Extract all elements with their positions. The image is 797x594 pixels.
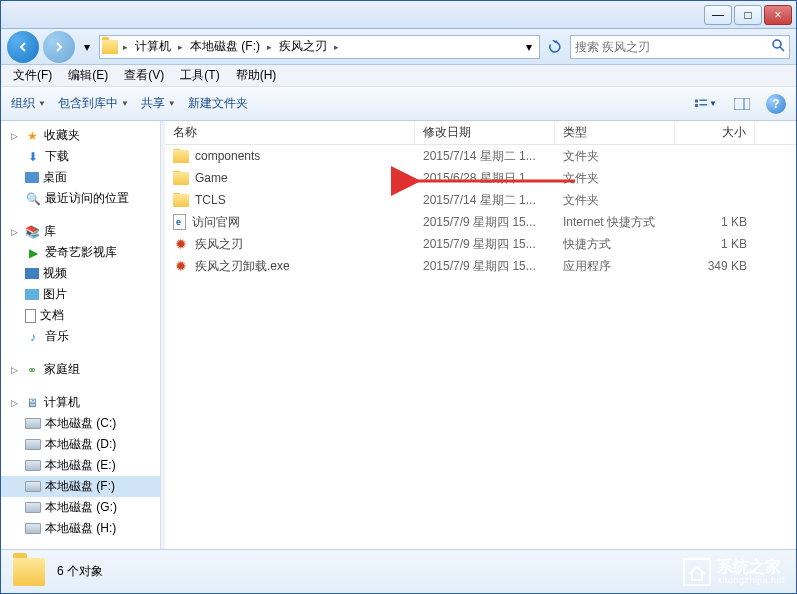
collapse-icon[interactable]: ▷	[9, 130, 20, 141]
forward-button[interactable]	[43, 31, 75, 63]
tree-label: 图片	[43, 286, 67, 303]
file-list-pane: 名称 修改日期 类型 大小 components2015/7/14 星期二 1.…	[165, 121, 796, 549]
new-folder-button[interactable]: 新建文件夹	[188, 95, 248, 112]
file-size-cell: 1 KB	[675, 237, 755, 251]
drive-d-node[interactable]: 本地磁盘 (D:)	[1, 434, 160, 455]
file-row[interactable]: TCLS2015/7/14 星期二 1...文件夹	[165, 189, 796, 211]
navigation-row: ▾ ▸ 计算机 ▸ 本地磁盘 (F:) ▸ 疾风之刃 ▸ ▾	[1, 29, 796, 65]
file-row[interactable]: Game2015/6/28 星期日 1...文件夹	[165, 167, 796, 189]
path-arrow-icon[interactable]: ▸	[331, 42, 342, 52]
menu-edit[interactable]: 编辑(E)	[60, 65, 116, 86]
computer-node[interactable]: ▷ 🖥 计算机	[1, 392, 160, 413]
path-dropdown[interactable]: ▾	[521, 37, 537, 57]
folder-icon	[173, 172, 189, 185]
library-icon: 📚	[24, 224, 40, 240]
computer-icon: 🖥	[24, 395, 40, 411]
column-header-name[interactable]: 名称	[165, 121, 415, 144]
back-button[interactable]	[7, 31, 39, 63]
recent-node[interactable]: 🔍 最近访问的位置	[1, 188, 160, 209]
iqiyi-node[interactable]: ▶ 爱奇艺影视库	[1, 242, 160, 263]
file-name-cell: ✹疾风之刃	[165, 236, 415, 253]
search-box[interactable]	[570, 35, 790, 59]
tree-label: 计算机	[44, 394, 80, 411]
drive-h-node[interactable]: 本地磁盘 (H:)	[1, 518, 160, 539]
view-options-button[interactable]: ▼	[694, 94, 718, 114]
file-date-cell: 2015/7/9 星期四 15...	[415, 258, 555, 275]
share-button[interactable]: 共享 ▼	[141, 95, 176, 112]
documents-icon	[25, 309, 36, 323]
column-header-date[interactable]: 修改日期	[415, 121, 555, 144]
navigation-sidebar: ▷ ★ 收藏夹 ⬇ 下载 桌面 🔍 最近访问的位置	[1, 121, 161, 549]
history-dropdown[interactable]: ▾	[79, 37, 95, 57]
desktop-node[interactable]: 桌面	[1, 167, 160, 188]
file-row[interactable]: ✹疾风之刃2015/7/9 星期四 15...快捷方式1 KB	[165, 233, 796, 255]
file-name-cell: components	[165, 149, 415, 163]
pictures-node[interactable]: 图片	[1, 284, 160, 305]
drive-e-node[interactable]: 本地磁盘 (E:)	[1, 455, 160, 476]
file-row[interactable]: ✹疾风之刃卸载.exe2015/7/9 星期四 15...应用程序349 KB	[165, 255, 796, 277]
menu-file[interactable]: 文件(F)	[5, 65, 60, 86]
path-segment[interactable]: 计算机	[131, 38, 175, 55]
path-arrow-icon[interactable]: ▸	[120, 42, 131, 52]
file-name-cell: 访问官网	[165, 214, 415, 231]
file-date-cell: 2015/6/28 星期日 1...	[415, 170, 555, 187]
collapse-icon[interactable]: ▷	[9, 226, 20, 237]
favorites-node[interactable]: ▷ ★ 收藏夹	[1, 125, 160, 146]
videos-node[interactable]: 视频	[1, 263, 160, 284]
downloads-node[interactable]: ⬇ 下载	[1, 146, 160, 167]
maximize-button[interactable]: □	[734, 5, 762, 25]
drive-g-node[interactable]: 本地磁盘 (G:)	[1, 497, 160, 518]
file-date-cell: 2015/7/14 星期二 1...	[415, 148, 555, 165]
menu-view[interactable]: 查看(V)	[116, 65, 172, 86]
path-segment[interactable]: 疾风之刃	[275, 38, 331, 55]
file-type-cell: 快捷方式	[555, 236, 675, 253]
preview-pane-button[interactable]	[730, 94, 754, 114]
include-library-button[interactable]: 包含到库中 ▼	[58, 95, 129, 112]
tree-label: 本地磁盘 (E:)	[45, 457, 116, 474]
menu-help[interactable]: 帮助(H)	[228, 65, 285, 86]
tree-label: 本地磁盘 (D:)	[45, 436, 116, 453]
column-header-size[interactable]: 大小	[675, 121, 755, 144]
tree-label: 音乐	[45, 328, 69, 345]
file-type-cell: 应用程序	[555, 258, 675, 275]
close-button[interactable]: ×	[764, 5, 792, 25]
collapse-icon[interactable]: ▷	[9, 397, 20, 408]
minimize-button[interactable]: —	[704, 5, 732, 25]
path-arrow-icon[interactable]: ▸	[175, 42, 186, 52]
svg-line-1	[780, 47, 784, 51]
search-icon[interactable]	[771, 38, 785, 55]
organize-button[interactable]: 组织 ▼	[11, 95, 46, 112]
address-bar[interactable]: ▸ 计算机 ▸ 本地磁盘 (F:) ▸ 疾风之刃 ▸ ▾	[99, 35, 540, 59]
documents-node[interactable]: 文档	[1, 305, 160, 326]
iqiyi-icon: ▶	[25, 245, 41, 261]
file-row[interactable]: components2015/7/14 星期二 1...文件夹	[165, 145, 796, 167]
column-header-type[interactable]: 类型	[555, 121, 675, 144]
file-size-cell: 1 KB	[675, 215, 755, 229]
tree-label: 本地磁盘 (F:)	[45, 478, 115, 495]
collapse-icon[interactable]: ▷	[9, 364, 20, 375]
tree-label: 视频	[43, 265, 67, 282]
drive-c-node[interactable]: 本地磁盘 (C:)	[1, 413, 160, 434]
homegroup-node[interactable]: ▷ ⚭ 家庭组	[1, 359, 160, 380]
download-icon: ⬇	[25, 149, 41, 165]
file-name-cell: Game	[165, 171, 415, 185]
libraries-node[interactable]: ▷ 📚 库	[1, 221, 160, 242]
search-input[interactable]	[575, 40, 771, 54]
file-type-cell: Internet 快捷方式	[555, 214, 675, 231]
tree-label: 桌面	[43, 169, 67, 186]
drive-icon	[25, 460, 41, 471]
file-name-cell: TCLS	[165, 193, 415, 207]
tree-label: 家庭组	[44, 361, 80, 378]
refresh-button[interactable]	[544, 36, 566, 58]
path-segment[interactable]: 本地磁盘 (F:)	[186, 38, 264, 55]
file-row[interactable]: 访问官网2015/7/9 星期四 15...Internet 快捷方式1 KB	[165, 211, 796, 233]
drive-f-node[interactable]: 本地磁盘 (F:)	[1, 476, 160, 497]
help-button[interactable]: ?	[766, 94, 786, 114]
folder-icon	[173, 150, 189, 163]
menu-tools[interactable]: 工具(T)	[172, 65, 227, 86]
path-arrow-icon[interactable]: ▸	[264, 42, 275, 52]
tree-label: 最近访问的位置	[45, 190, 129, 207]
music-node[interactable]: ♪ 音乐	[1, 326, 160, 347]
tree-label: 爱奇艺影视库	[45, 244, 117, 261]
star-icon: ★	[24, 128, 40, 144]
